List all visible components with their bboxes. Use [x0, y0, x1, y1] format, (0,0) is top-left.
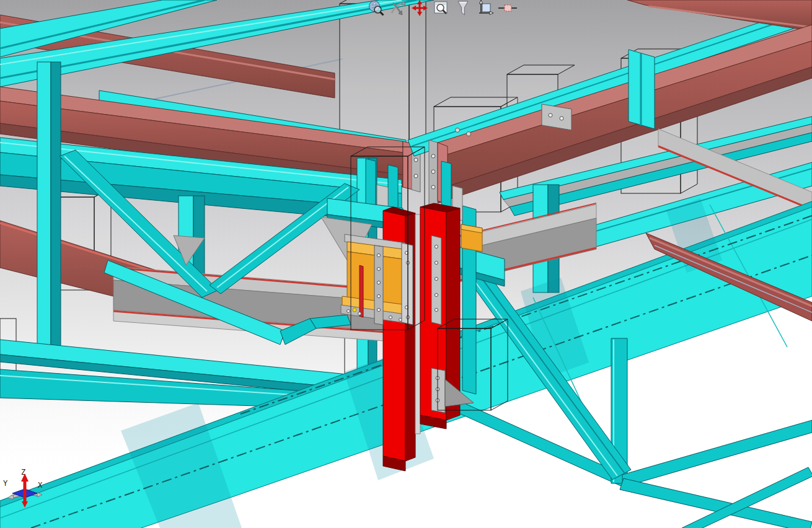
red-move-arrows-icon — [412, 0, 428, 16]
funnel-icon — [455, 0, 471, 16]
axis-y-label: Y — [3, 479, 8, 488]
model-viewport[interactable] — [0, 0, 812, 528]
magnifier-window-icon — [433, 0, 449, 16]
section-on-line-button[interactable] — [498, 0, 514, 16]
pan-view-button[interactable] — [412, 0, 428, 16]
rotate-view-button[interactable] — [390, 0, 406, 16]
cad-viewport-stage: Z Y X — [0, 0, 812, 528]
view-toolbar — [368, 0, 514, 16]
axis-gizmo: Z Y X — [2, 465, 55, 511]
plane-with-axes-icon — [477, 0, 494, 16]
magnifier-globe-icon — [368, 0, 384, 16]
bolted-bracket[interactable] — [542, 104, 571, 130]
axis-x-label: X — [38, 481, 43, 490]
set-work-plane-button[interactable] — [477, 0, 493, 16]
view-filter-button[interactable] — [455, 0, 471, 16]
node-on-line-icon — [498, 0, 517, 16]
zoom-original-button[interactable] — [368, 0, 384, 16]
crossed-arrows-icon — [390, 0, 406, 16]
zoom-window-button[interactable] — [433, 0, 449, 16]
